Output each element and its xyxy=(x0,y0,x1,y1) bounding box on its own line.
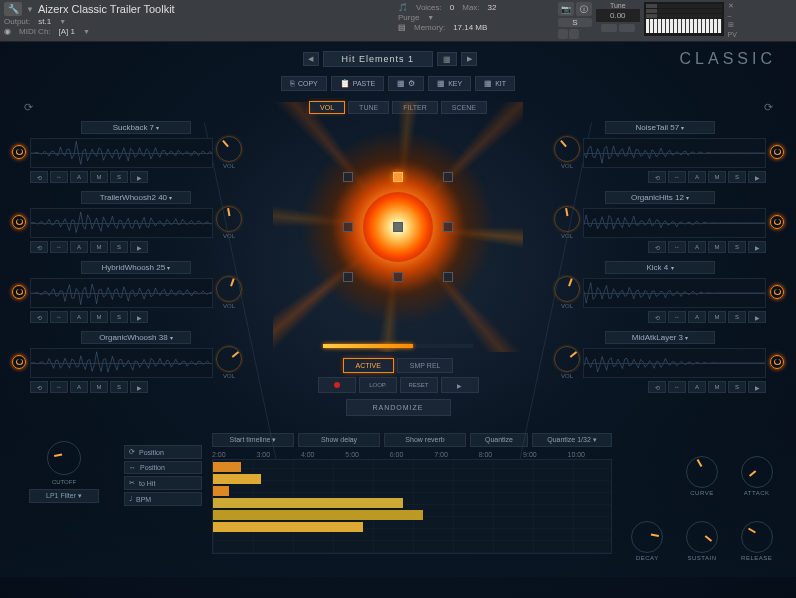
layer-mini-button[interactable]: ⟲ xyxy=(648,381,666,393)
minimize-icon[interactable]: – xyxy=(728,12,737,19)
preset-name[interactable]: Hit Elements 1 xyxy=(323,51,434,67)
layer-waveform[interactable] xyxy=(583,278,766,308)
layer-mini-button[interactable]: S xyxy=(110,241,128,253)
paste-button[interactable]: 📋PASTE xyxy=(331,76,384,91)
layer-mini-button[interactable]: ⟲ xyxy=(648,311,666,323)
layer-vol-knob[interactable] xyxy=(554,136,580,162)
close-x-icon[interactable]: ✕ xyxy=(728,2,737,10)
layer-mini-button[interactable]: M xyxy=(708,171,726,183)
layer-mini-button[interactable]: ⟲ xyxy=(648,171,666,183)
layer-mini-button[interactable]: S xyxy=(110,381,128,393)
play-button[interactable]: ▶ xyxy=(441,377,479,393)
layer-mini-button[interactable]: ▶ xyxy=(130,171,148,183)
aux-icon[interactable]: ⊞ xyxy=(728,21,737,29)
layer-mini-button[interactable]: ↔ xyxy=(668,171,686,183)
layer-mini-button[interactable]: ▶ xyxy=(748,311,766,323)
tune-inc-icon[interactable] xyxy=(601,24,617,32)
layer-mini-button[interactable]: ▶ xyxy=(130,311,148,323)
layer-mini-button[interactable]: M xyxy=(90,241,108,253)
layer-vol-knob[interactable] xyxy=(216,136,242,162)
bpm-button[interactable]: ♩BPM xyxy=(124,492,202,506)
copy-button[interactable]: ⎘COPY xyxy=(281,76,327,91)
layer-mini-button[interactable]: S xyxy=(728,171,746,183)
filter-type-select[interactable]: LP1 Filter ▾ xyxy=(29,489,99,503)
preset-prev-icon[interactable]: ◀ xyxy=(303,52,319,66)
layer-mini-button[interactable]: ▶ xyxy=(748,241,766,253)
layer-mini-button[interactable]: M xyxy=(708,241,726,253)
preset-browser-icon[interactable]: ▦ xyxy=(437,52,457,66)
layer-vol-knob[interactable] xyxy=(216,276,242,302)
layer-name-select[interactable]: Kick 4 ▾ xyxy=(605,261,715,274)
expand-arrow-icon[interactable]: ▼ xyxy=(26,5,34,14)
layer-name-select[interactable]: Suckback 7 ▾ xyxy=(81,121,191,134)
randomize-button[interactable]: RANDOMIZE xyxy=(346,399,451,416)
grid-cell-6[interactable] xyxy=(443,222,453,232)
layer-power-button[interactable] xyxy=(770,285,784,299)
layer-mini-button[interactable]: S xyxy=(728,311,746,323)
layer-mini-button[interactable]: ⟲ xyxy=(30,311,48,323)
layer-mini-button[interactable]: M xyxy=(90,381,108,393)
layer-mini-button[interactable]: A xyxy=(688,311,706,323)
cutoff-knob[interactable] xyxy=(47,441,81,475)
reload-all-left-icon[interactable]: ⟳ xyxy=(20,99,36,115)
m-toggle[interactable] xyxy=(558,29,568,39)
layer-power-button[interactable] xyxy=(12,145,26,159)
purge-label[interactable]: Purge xyxy=(398,13,419,22)
show-delay-button[interactable]: Show delay xyxy=(298,433,380,447)
grid-cell-8[interactable] xyxy=(393,272,403,282)
layer-mini-button[interactable]: ⟲ xyxy=(30,171,48,183)
layer-power-button[interactable] xyxy=(12,355,26,369)
layer-name-select[interactable]: OrganicWhoosh 38 ▾ xyxy=(81,331,191,344)
layer-mini-button[interactable]: ▶ xyxy=(748,171,766,183)
layer-mini-button[interactable]: ↔ xyxy=(668,311,686,323)
kit-button[interactable]: ▦KIT xyxy=(475,76,515,91)
layer-name-select[interactable]: MidAtkLayer 3 ▾ xyxy=(605,331,715,344)
layer-mini-button[interactable]: A xyxy=(688,381,706,393)
layer-mini-button[interactable]: ▶ xyxy=(748,381,766,393)
timeline-bar[interactable] xyxy=(213,462,241,472)
wrench-icon[interactable]: 🔧 xyxy=(4,2,22,16)
attack-knob[interactable] xyxy=(741,456,773,488)
solo-button[interactable]: S xyxy=(558,18,592,27)
layer-name-select[interactable]: OrganicHits 12 ▾ xyxy=(605,191,715,204)
chevron-down-icon[interactable]: ▼ xyxy=(83,28,90,35)
layer-mini-button[interactable]: ⟲ xyxy=(30,241,48,253)
layer-waveform[interactable] xyxy=(30,278,213,308)
l-toggle[interactable] xyxy=(569,29,579,39)
grid-cell-9[interactable] xyxy=(443,272,453,282)
snapshot-icon[interactable]: 📷 xyxy=(558,2,574,16)
layer-vol-knob[interactable] xyxy=(216,206,242,232)
midi-value[interactable]: [A] 1 xyxy=(59,27,75,36)
layer-mini-button[interactable]: M xyxy=(708,381,726,393)
layer-mini-button[interactable]: ⟲ xyxy=(30,381,48,393)
timeline-bar[interactable] xyxy=(213,498,403,508)
grid-cell-1[interactable] xyxy=(343,172,353,182)
layer-mini-button[interactable]: M xyxy=(708,311,726,323)
grid-cell-2[interactable] xyxy=(393,172,403,182)
snap-to-hit-button[interactable]: ✂to Hit xyxy=(124,476,202,490)
layer-mini-button[interactable]: ▶ xyxy=(130,381,148,393)
info-icon[interactable]: ⓘ xyxy=(576,2,592,16)
center-slider[interactable] xyxy=(323,344,473,348)
layer-mini-button[interactable]: ↔ xyxy=(668,241,686,253)
layer-mini-button[interactable]: ↔ xyxy=(50,381,68,393)
layer-mini-button[interactable]: ↔ xyxy=(50,171,68,183)
layer-waveform[interactable] xyxy=(30,348,213,378)
layer-vol-knob[interactable] xyxy=(216,346,242,372)
layer-vol-knob[interactable] xyxy=(554,346,580,372)
layer-mini-button[interactable]: ↔ xyxy=(50,311,68,323)
curve-knob[interactable] xyxy=(686,456,718,488)
layer-mini-button[interactable]: S xyxy=(110,171,128,183)
timeline-bar[interactable] xyxy=(213,474,261,484)
layer-mini-button[interactable]: A xyxy=(688,171,706,183)
move-position-button[interactable]: ↔Position xyxy=(124,461,202,474)
loop-button[interactable]: LOOP xyxy=(359,377,397,393)
quantize-button[interactable]: Quantize xyxy=(470,433,528,447)
start-timeline-select[interactable]: Start timeline ▾ xyxy=(212,433,294,447)
reset-button[interactable]: RESET xyxy=(400,377,438,393)
layer-power-button[interactable] xyxy=(12,215,26,229)
layer-mini-button[interactable]: M xyxy=(90,311,108,323)
layer-waveform[interactable] xyxy=(30,208,213,238)
layer-mini-button[interactable]: ↔ xyxy=(50,241,68,253)
timeline-bar[interactable] xyxy=(213,486,229,496)
